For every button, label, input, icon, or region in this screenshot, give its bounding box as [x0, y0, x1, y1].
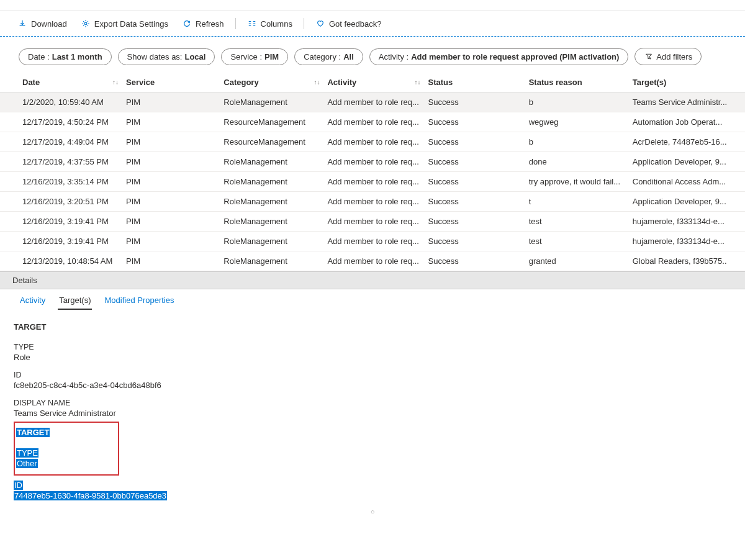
table-row[interactable]: 12/16/2019, 3:19:41 PMPIMRoleManagementA… — [0, 232, 745, 251]
table-row[interactable]: 12/17/2019, 4:50:24 PMPIMResourceManagem… — [0, 112, 745, 132]
col-category[interactable]: Category↑↓ — [220, 73, 323, 92]
cell-service: PIM — [122, 212, 220, 231]
export-button[interactable]: Export Data Settings — [76, 16, 173, 31]
cell-category: RoleManagement — [220, 251, 323, 271]
cell-date: 12/17/2019, 4:37:55 PM — [19, 152, 122, 171]
filter-showdates-val: Local — [184, 52, 205, 61]
cell-date: 12/16/2019, 3:19:41 PM — [19, 212, 122, 231]
sort-icon: ↑↓ — [314, 79, 320, 86]
col-reason[interactable]: Status reason — [525, 73, 629, 92]
id-label: ID — [14, 371, 731, 379]
id2-label: ID — [14, 481, 23, 490]
cell-date: 1/2/2020, 10:59:40 AM — [19, 93, 122, 112]
refresh-label: Refresh — [196, 19, 224, 29]
resize-handle[interactable]: ○ — [0, 509, 745, 515]
table-row[interactable]: 12/16/2019, 3:19:41 PMPIMRoleManagementA… — [0, 212, 745, 232]
columns-button[interactable]: Columns — [242, 16, 297, 31]
cell-target: AcrDelete, 74487eb5-16... — [629, 132, 726, 151]
cell-date: 12/17/2019, 4:49:04 PM — [19, 132, 122, 151]
cell-reason: test — [525, 232, 629, 251]
cell-service: PIM — [122, 192, 220, 211]
separator — [304, 18, 304, 29]
top-spacer — [0, 0, 745, 11]
cell-activity: Add member to role req... — [323, 93, 424, 112]
refresh-button[interactable]: Refresh — [177, 16, 229, 31]
type-value: Role — [14, 353, 731, 362]
cell-category: RoleManagement — [220, 232, 323, 251]
table-row[interactable]: 1/2/2020, 10:59:40 AMPIMRoleManagementAd… — [0, 93, 745, 112]
detail-body: TARGET TYPE Role ID fc8eb205-c8c4-4b5c-a… — [0, 310, 745, 509]
col-status[interactable]: Status — [425, 73, 525, 92]
tab-modified[interactable]: Modified Properties — [103, 293, 175, 310]
col-activity[interactable]: Activity↑↓ — [323, 73, 424, 92]
cell-service: PIM — [122, 132, 220, 151]
table-row[interactable]: 12/16/2019, 3:35:14 PMPIMRoleManagementA… — [0, 172, 745, 192]
feedback-button[interactable]: Got feedback? — [310, 16, 387, 31]
cell-target: hujamerole, f333134d-e... — [629, 212, 726, 231]
table-row[interactable]: 12/13/2019, 10:48:54 AMPIMRoleManagement… — [0, 251, 745, 271]
table-row[interactable]: 12/17/2019, 4:49:04 PMPIMResourceManagem… — [0, 132, 745, 152]
cell-date: 12/13/2019, 10:48:54 AM — [19, 251, 122, 271]
highlight-box: TARGET TYPE Other — [14, 422, 119, 476]
filter-service[interactable]: Service : PIM — [221, 48, 288, 65]
filter-service-lbl: Service : — [230, 52, 262, 61]
cell-activity: Add member to role req... — [323, 192, 424, 211]
cell-activity: Add member to role req... — [323, 152, 424, 171]
cell-target: Application Developer, 9... — [629, 152, 726, 171]
download-button[interactable]: Download — [12, 16, 72, 31]
details-header: Details — [0, 271, 745, 289]
cell-status: Success — [425, 112, 525, 132]
filter-category[interactable]: Category : All — [294, 48, 363, 65]
filter-date[interactable]: Date : Last 1 month — [19, 48, 112, 65]
feedback-label: Got feedback? — [329, 19, 382, 29]
heart-icon — [315, 19, 325, 29]
cell-reason: b — [525, 93, 629, 112]
columns-label: Columns — [261, 19, 292, 29]
table-row[interactable]: 12/16/2019, 3:20:51 PMPIMRoleManagementA… — [0, 192, 745, 212]
cell-activity: Add member to role req... — [323, 212, 424, 231]
tab-targets[interactable]: Target(s) — [58, 293, 92, 310]
type2-value: Other — [16, 459, 38, 468]
svg-point-0 — [84, 22, 87, 25]
cell-target: Global Readers, f39b575... — [629, 251, 726, 271]
cell-service: PIM — [122, 232, 220, 251]
col-target[interactable]: Target(s) — [629, 73, 726, 92]
download-icon — [17, 19, 27, 29]
cell-activity: Add member to role req... — [323, 172, 424, 191]
cell-reason: done — [525, 152, 629, 171]
cell-activity: Add member to role req... — [323, 232, 424, 251]
col-date[interactable]: Date↑↓ — [19, 73, 122, 92]
cell-reason: test — [525, 212, 629, 231]
filter-showdates[interactable]: Show dates as: Local — [118, 48, 215, 65]
cell-reason: wegweg — [525, 112, 629, 132]
cell-status: Success — [425, 93, 525, 112]
detail-tabs: Activity Target(s) Modified Properties — [0, 289, 745, 310]
cell-activity: Add member to role req... — [323, 132, 424, 151]
cell-reason: b — [525, 132, 629, 151]
filter-activity-lbl: Activity : — [379, 52, 409, 61]
cell-date: 12/16/2019, 3:35:14 PM — [19, 172, 122, 191]
table-header: Date↑↓ Service Category↑↓ Activity↑↓ Sta… — [0, 73, 745, 93]
cell-activity: Add member to role req... — [323, 251, 424, 271]
filter-date-lbl: Date : — [28, 52, 50, 61]
cell-category: RoleManagement — [220, 152, 323, 171]
filter-activity[interactable]: Activity : Add member to role request ap… — [369, 48, 629, 65]
cell-category: RoleManagement — [220, 192, 323, 211]
filter-bar: Date : Last 1 month Show dates as: Local… — [0, 37, 745, 73]
cell-date: 12/16/2019, 3:20:51 PM — [19, 192, 122, 211]
cell-category: RoleManagement — [220, 212, 323, 231]
id2-value: 74487eb5-1630-4fa8-9581-0bb076ea5de3 — [14, 491, 167, 500]
cell-service: PIM — [122, 251, 220, 271]
filter-add-icon — [644, 52, 654, 61]
refresh-icon — [182, 19, 192, 29]
table-row[interactable]: 12/17/2019, 4:37:55 PMPIMRoleManagementA… — [0, 152, 745, 172]
filter-category-lbl: Category : — [304, 52, 341, 61]
col-service[interactable]: Service — [122, 73, 220, 92]
dn-value: Teams Service Administrator — [14, 409, 731, 418]
tab-activity[interactable]: Activity — [19, 293, 47, 310]
cell-target: Automation Job Operat... — [629, 112, 726, 132]
add-filters-button[interactable]: Add filters — [634, 48, 702, 65]
cell-reason: t — [525, 192, 629, 211]
gear-icon — [81, 19, 91, 29]
filter-activity-val: Add member to role request approved (PIM… — [411, 52, 619, 61]
